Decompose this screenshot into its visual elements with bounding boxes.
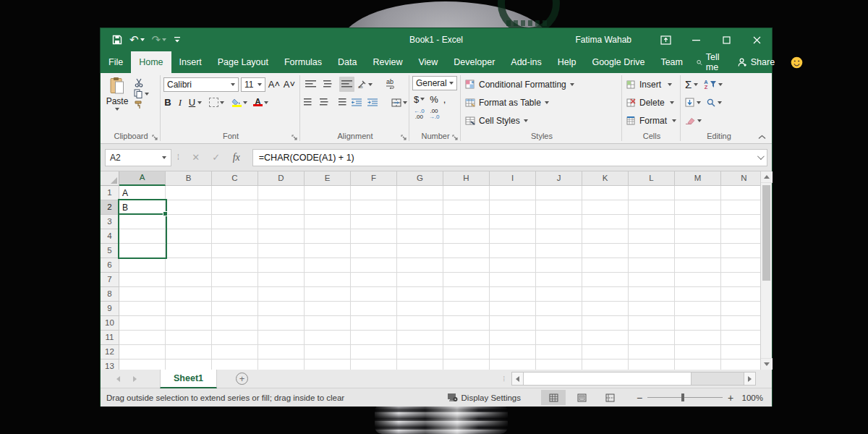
cell-M5[interactable]: [675, 244, 721, 258]
cell-E7[interactable]: [305, 273, 351, 287]
cell-F6[interactable]: [351, 258, 397, 273]
paste-dropdown-icon[interactable]: [115, 108, 119, 111]
cell-C11[interactable]: [212, 331, 258, 345]
align-top-button[interactable]: [303, 77, 318, 92]
cell-M12[interactable]: [675, 345, 721, 359]
cell-B10[interactable]: [166, 316, 212, 331]
cell-L11[interactable]: [629, 331, 675, 345]
row-header-12[interactable]: 12: [101, 345, 119, 359]
column-header-D[interactable]: D: [258, 171, 305, 186]
column-header-N[interactable]: N: [721, 171, 762, 186]
vertical-scrollbar-thumb[interactable]: [762, 185, 770, 281]
clipboard-dialog-launcher[interactable]: [152, 135, 158, 141]
tab-google-drive[interactable]: Google Drive: [584, 51, 652, 73]
cell-K11[interactable]: [582, 331, 629, 345]
column-header-C[interactable]: C: [212, 171, 258, 186]
cell-J12[interactable]: [536, 345, 582, 359]
next-sheet-button[interactable]: [133, 376, 137, 382]
cell-C10[interactable]: [212, 316, 258, 331]
cell-B2[interactable]: [166, 200, 212, 215]
cell-I11[interactable]: [490, 331, 536, 345]
cell-I9[interactable]: [490, 302, 536, 316]
cell-C13[interactable]: [212, 359, 258, 370]
cell-D5[interactable]: [258, 244, 305, 258]
decrease-font-size-button[interactable]: A˅: [283, 79, 296, 90]
feedback-smiley-button[interactable]: [791, 56, 803, 69]
cell-A1[interactable]: A: [119, 186, 166, 200]
cell-L9[interactable]: [629, 302, 675, 316]
tell-me-button[interactable]: Tell me: [691, 52, 729, 72]
scrollbar-resize-handle[interactable]: ⁞: [503, 375, 506, 383]
tab-page-layout[interactable]: Page Layout: [210, 51, 276, 73]
cell-G9[interactable]: [397, 302, 443, 316]
italic-button[interactable]: I: [176, 97, 184, 109]
horizontal-scrollbar-thumb[interactable]: [524, 372, 692, 386]
cell-H11[interactable]: [443, 331, 490, 345]
scroll-down-button[interactable]: [761, 358, 773, 370]
cell-M10[interactable]: [675, 316, 721, 331]
cell-L12[interactable]: [629, 345, 675, 359]
cell-D13[interactable]: [258, 359, 305, 370]
cell-L6[interactable]: [629, 258, 675, 273]
row-header-13[interactable]: 13: [101, 359, 119, 370]
cell-A8[interactable]: [119, 287, 166, 302]
cell-G7[interactable]: [397, 273, 443, 287]
cell-L5[interactable]: [629, 244, 675, 258]
cell-K5[interactable]: [582, 244, 629, 258]
find-select-button[interactable]: [707, 98, 722, 107]
row-header-8[interactable]: 8: [101, 287, 119, 302]
alignment-dialog-launcher[interactable]: [401, 135, 407, 141]
cell-M3[interactable]: [675, 215, 721, 229]
wrap-text-button[interactable]: ab: [386, 80, 394, 89]
copy-dropdown-icon[interactable]: [145, 93, 149, 95]
cell-D11[interactable]: [258, 331, 305, 345]
cell-B13[interactable]: [166, 359, 212, 370]
comma-style-button[interactable]: ,: [443, 94, 446, 105]
cell-J5[interactable]: [536, 244, 582, 258]
cell-N2[interactable]: [721, 200, 762, 215]
cell-G8[interactable]: [397, 287, 443, 302]
formula-input[interactable]: =CHAR(CODE(A1) + 1): [252, 149, 753, 166]
row-header-1[interactable]: 1: [101, 186, 119, 200]
cell-K10[interactable]: [582, 316, 629, 331]
number-dialog-launcher[interactable]: [452, 135, 459, 141]
tab-help[interactable]: Help: [550, 51, 584, 73]
cell-H2[interactable]: [443, 200, 490, 215]
cell-C4[interactable]: [212, 229, 258, 244]
cell-J10[interactable]: [536, 316, 582, 331]
column-header-B[interactable]: B: [166, 171, 212, 186]
tab-review[interactable]: Review: [365, 51, 410, 73]
merge-center-button[interactable]: [391, 98, 407, 107]
cell-I7[interactable]: [490, 273, 536, 287]
cell-I10[interactable]: [490, 316, 536, 331]
cell-G10[interactable]: [397, 316, 443, 331]
tab-team[interactable]: Team: [652, 51, 691, 73]
insert-cells-button[interactable]: Insert: [625, 75, 678, 93]
page-layout-view-button[interactable]: [569, 390, 594, 405]
font-size-select[interactable]: 11: [241, 77, 265, 92]
cell-M11[interactable]: [675, 331, 721, 345]
cell-K8[interactable]: [582, 287, 629, 302]
cell-K12[interactable]: [582, 345, 629, 359]
cell-E2[interactable]: [305, 200, 351, 215]
cell-E9[interactable]: [305, 302, 351, 316]
cell-F13[interactable]: [351, 359, 397, 370]
cell-A11[interactable]: [119, 331, 166, 345]
cell-N3[interactable]: [721, 215, 762, 229]
cell-M13[interactable]: [675, 359, 721, 370]
cell-M9[interactable]: [675, 302, 721, 316]
cell-I5[interactable]: [490, 244, 536, 258]
column-header-J[interactable]: J: [536, 171, 582, 186]
cell-A4[interactable]: [119, 229, 166, 244]
cell-M8[interactable]: [675, 287, 721, 302]
percent-style-button[interactable]: %: [430, 94, 438, 105]
save-button[interactable]: [112, 35, 122, 45]
format-cells-button[interactable]: Format: [625, 111, 678, 129]
tab-data[interactable]: Data: [330, 51, 365, 73]
delete-cells-button[interactable]: Delete: [625, 93, 678, 111]
cell-F4[interactable]: [351, 229, 397, 244]
cell-J4[interactable]: [536, 229, 582, 244]
number-format-select[interactable]: General: [412, 76, 457, 90]
cell-N11[interactable]: [721, 331, 762, 345]
cell-K3[interactable]: [582, 215, 629, 229]
